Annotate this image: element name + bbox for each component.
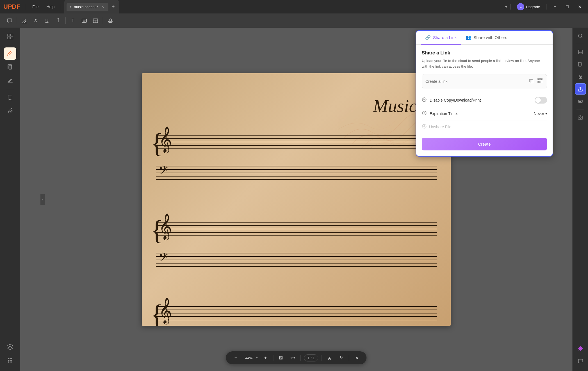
link-qr-button[interactable]	[537, 77, 543, 85]
sidebar-sep-1	[6, 45, 14, 45]
strikethrough-tool-btn[interactable]: S	[31, 16, 41, 26]
right-redact-btn[interactable]	[575, 96, 586, 107]
svg-point-16	[10, 358, 11, 359]
svg-point-20	[8, 361, 9, 363]
sidebar-annotation-btn[interactable]	[4, 47, 16, 60]
maximize-button[interactable]: □	[562, 2, 572, 12]
sidebar-edit-btn[interactable]	[4, 74, 16, 87]
expiration-label: Expiration Time:	[430, 111, 534, 116]
right-convert-btn[interactable]	[575, 59, 586, 70]
svg-rect-4	[108, 21, 112, 22]
disable-copy-row: Disable Copy/Download/Print	[422, 93, 547, 107]
stamp-tool-btn[interactable]	[105, 16, 115, 26]
sidebar-sep-2	[6, 89, 14, 89]
tab-dropdown-icon[interactable]: ▾	[70, 5, 72, 9]
disable-copy-icon	[422, 97, 430, 103]
fit-page-button[interactable]	[277, 354, 285, 362]
svg-point-40	[578, 34, 582, 37]
tab-share-link[interactable]: 🔗 Share a Link	[421, 31, 461, 45]
sidebar-layers-btn[interactable]	[4, 341, 16, 353]
svg-line-35	[423, 98, 426, 101]
svg-rect-22	[530, 80, 533, 83]
staff-line	[156, 145, 437, 146]
music-sheet-title: Music	[373, 96, 417, 116]
right-search-btn[interactable]	[575, 30, 586, 42]
share-icon	[578, 86, 583, 92]
svg-rect-9	[10, 37, 13, 39]
table-tool-btn[interactable]	[90, 16, 101, 26]
tab-share-others[interactable]: 👥 Share with Others	[461, 31, 512, 45]
snowflake-icon	[578, 346, 583, 351]
sidebar-apps-btn[interactable]	[4, 354, 16, 367]
expiration-dropdown[interactable]: Never ▾	[534, 111, 547, 116]
minimize-button[interactable]: −	[550, 2, 560, 12]
tab-active[interactable]: ▾ music-sheet-1* ✕	[67, 3, 108, 11]
menu-help[interactable]: Help	[44, 3, 57, 10]
right-screenshot-btn[interactable]	[575, 112, 586, 123]
svg-rect-5	[109, 22, 112, 23]
sidebar-attachment-btn[interactable]	[4, 105, 16, 117]
tab-add-btn[interactable]: +	[110, 3, 117, 10]
toolbar: S U T̃ T	[0, 13, 588, 28]
search-icon	[578, 33, 583, 39]
right-snowflake-btn[interactable]	[575, 343, 586, 354]
staff-3: { 𝄞	[156, 306, 437, 320]
bass-clef-2: 𝄢	[159, 251, 168, 267]
text-tool-btn[interactable]: T	[68, 16, 78, 26]
staff-2: { 𝄞	[156, 222, 437, 236]
disable-copy-toggle[interactable]	[535, 97, 547, 104]
create-link-button[interactable]: Create	[422, 138, 547, 150]
next-section-button[interactable]	[337, 354, 346, 362]
prev-section-button[interactable]	[325, 354, 334, 362]
thumbnail-icon	[7, 33, 13, 40]
right-ocr-btn[interactable]: OCR	[575, 46, 586, 58]
svg-text:OCR: OCR	[578, 52, 582, 54]
zoom-out-button[interactable]: −	[231, 354, 240, 362]
fit-width-button[interactable]	[288, 354, 297, 362]
tab-list-btn[interactable]: ▾	[505, 4, 507, 9]
underline-tool-btn[interactable]: U	[42, 16, 52, 26]
menu-file[interactable]: File	[29, 3, 42, 10]
upgrade-button[interactable]: L Upgrade	[514, 2, 543, 12]
svg-rect-28	[538, 81, 539, 83]
staff-line	[156, 225, 437, 226]
expand-panel-btn[interactable]: ›	[40, 194, 45, 205]
staff-line	[156, 253, 437, 253]
tab-title: music-sheet-1*	[74, 5, 98, 9]
tab-close-btn[interactable]: ✕	[101, 4, 105, 9]
highlight-tool-btn[interactable]	[19, 16, 29, 26]
chevron-down-double-icon	[339, 356, 344, 360]
expiration-value: Never	[534, 111, 544, 116]
tab-share-others-label: Share with Others	[473, 35, 507, 40]
staff-line	[156, 176, 437, 177]
close-bottom-bar-button[interactable]: ✕	[353, 354, 361, 362]
toggle-knob	[535, 97, 541, 103]
unshare-label: Unshare File	[429, 125, 451, 129]
sidebar-bottom	[4, 341, 16, 369]
sidebar-pages-btn[interactable]	[4, 61, 16, 73]
chevron-up-double-icon	[327, 356, 332, 360]
zoom-in-button[interactable]: +	[261, 354, 270, 362]
svg-point-19	[11, 358, 12, 359]
svg-point-50	[580, 348, 581, 349]
annotation-icon	[7, 50, 13, 57]
link-input-field[interactable]	[425, 79, 526, 84]
textbox-tool-btn[interactable]	[79, 16, 89, 26]
close-button[interactable]: ✕	[575, 2, 585, 12]
ocr-icon: OCR	[578, 49, 583, 55]
wavy-underline-tool-btn[interactable]: T̃	[53, 16, 63, 26]
right-chat-btn[interactable]	[575, 355, 586, 367]
tab-share-link-label: Share a Link	[433, 35, 457, 40]
link-copy-button[interactable]	[528, 78, 534, 85]
sidebar-bookmark-btn[interactable]	[4, 91, 16, 104]
staff-line	[156, 138, 437, 139]
upgrade-label: Upgrade	[526, 5, 540, 9]
bottom-sep-4	[349, 355, 349, 361]
share-panel: 🔗 Share a Link 👥 Share with Others Share…	[416, 30, 553, 157]
bottom-toolbar: − 44% ▾ + 1 / 1	[226, 351, 366, 364]
right-protect-btn[interactable]	[575, 71, 586, 82]
sidebar-thumbnail-btn[interactable]	[4, 30, 16, 43]
right-share-btn[interactable]	[575, 83, 586, 95]
zoom-dropdown-icon[interactable]: ▾	[256, 356, 258, 360]
comment-tool-btn[interactable]	[4, 16, 15, 26]
